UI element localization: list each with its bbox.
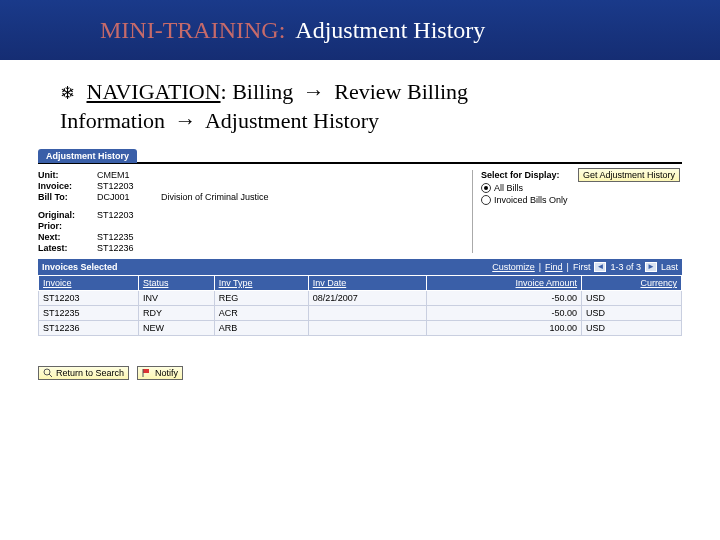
customize-link[interactable]: Customize (492, 262, 535, 272)
cell-currency: USD (582, 291, 682, 306)
invoice-label: Invoice: (38, 181, 93, 191)
cell-invtype: ACR (214, 306, 308, 321)
cell-invdate (308, 321, 427, 336)
notify-button[interactable]: Notify (137, 366, 183, 380)
nav-p3: Information (60, 108, 165, 133)
slide-banner: MINI-TRAINING: Adjustment History (0, 0, 720, 60)
radio-all-bills[interactable]: All Bills (481, 182, 680, 194)
cell-invoice: ST12203 (39, 291, 139, 306)
nav-p4: Adjustment History (205, 108, 379, 133)
cell-status: NEW (138, 321, 214, 336)
col-status[interactable]: Status (138, 276, 214, 291)
col-invdate[interactable]: Inv Date (308, 276, 427, 291)
radio-all-label: All Bills (494, 183, 523, 193)
arrow-icon: → (303, 79, 325, 104)
first-label: First (573, 262, 591, 272)
get-adjustment-history-button[interactable]: Get Adjustment History (578, 168, 680, 182)
prior-label: Prior: (38, 221, 93, 231)
navigation-text: ❄ NAVIGATION: Billing → Review Billing I… (0, 60, 720, 145)
cell-currency: USD (582, 321, 682, 336)
prior-value (97, 221, 157, 231)
col-amount[interactable]: Invoice Amount (427, 276, 582, 291)
table-row: ST12203 INV REG 08/21/2007 -50.00 USD (39, 291, 682, 306)
next-value: ST12235 (97, 232, 157, 242)
latest-label: Latest: (38, 243, 93, 253)
grid-title: Invoices Selected (42, 262, 118, 272)
cell-amount: -50.00 (427, 291, 582, 306)
table-row: ST12236 NEW ARB 100.00 USD (39, 321, 682, 336)
cell-invoice: ST12236 (39, 321, 139, 336)
cell-invtype: REG (214, 291, 308, 306)
radio-inv-label: Invoiced Bills Only (494, 195, 568, 205)
billto-name: Division of Criminal Justice (161, 192, 269, 202)
original-value: ST12203 (97, 210, 157, 220)
flag-icon (142, 368, 152, 378)
billto-code: DCJ001 (97, 192, 157, 202)
cell-invtype: ARB (214, 321, 308, 336)
table-row: ST12235 RDY ACR -50.00 USD (39, 306, 682, 321)
invoices-table: Invoice Status Inv Type Inv Date Invoice… (38, 275, 682, 336)
search-icon (43, 368, 53, 378)
notify-label: Notify (155, 368, 178, 378)
unit-label: Unit: (38, 170, 93, 180)
invoice-value: ST12203 (97, 181, 157, 191)
arrow-icon: → (175, 108, 197, 133)
tab-adjustment-history[interactable]: Adjustment History (38, 149, 137, 163)
app-screenshot: Adjustment History Unit: CMEM1 Invoice: … (38, 149, 682, 380)
banner-title: Adjustment History (295, 17, 485, 44)
nav-p1: Billing (232, 79, 293, 104)
return-label: Return to Search (56, 368, 124, 378)
unit-value: CMEM1 (97, 170, 157, 180)
col-currency[interactable]: Currency (582, 276, 682, 291)
next-label: Next: (38, 232, 93, 242)
snowflake-bullet-icon: ❄ (60, 83, 75, 103)
cell-amount: -50.00 (427, 306, 582, 321)
latest-value: ST12236 (97, 243, 157, 253)
billto-label: Bill To: (38, 192, 93, 202)
cell-currency: USD (582, 306, 682, 321)
grid-header-bar: Invoices Selected Customize | Find | Fir… (38, 259, 682, 275)
cell-amount: 100.00 (427, 321, 582, 336)
header-info: Unit: CMEM1 Invoice: ST12203 Bill To: DC… (38, 170, 269, 253)
pager-next-button[interactable]: ► (645, 262, 657, 272)
svg-rect-2 (143, 369, 149, 373)
radio-icon (481, 183, 491, 193)
return-to-search-button[interactable]: Return to Search (38, 366, 129, 380)
pager-text: 1-3 of 3 (610, 262, 641, 272)
banner-prefix: MINI-TRAINING: (100, 17, 285, 44)
cell-invdate (308, 306, 427, 321)
nav-label: NAVIGATION (87, 79, 221, 104)
find-link[interactable]: Find (545, 262, 563, 272)
pager-prev-button[interactable]: ◄ (594, 262, 606, 272)
last-label: Last (661, 262, 678, 272)
radio-icon (481, 195, 491, 205)
svg-line-1 (49, 374, 52, 377)
col-invoice[interactable]: Invoice (39, 276, 139, 291)
original-label: Original: (38, 210, 93, 220)
display-select-panel: Get Adjustment History Select for Displa… (472, 170, 682, 253)
nav-p2: Review Billing (334, 79, 468, 104)
cell-status: INV (138, 291, 214, 306)
col-invtype[interactable]: Inv Type (214, 276, 308, 291)
cell-status: RDY (138, 306, 214, 321)
cell-invdate: 08/21/2007 (308, 291, 427, 306)
cell-invoice: ST12235 (39, 306, 139, 321)
radio-invoiced-only[interactable]: Invoiced Bills Only (481, 194, 680, 206)
